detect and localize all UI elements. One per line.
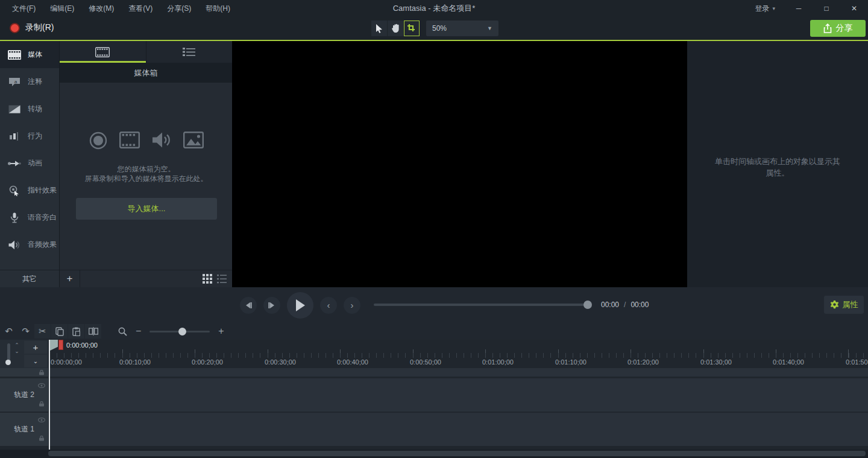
film-icon	[119, 132, 140, 150]
grid-view-button[interactable]	[203, 274, 212, 284]
sidebar-item-label: 语音旁白	[28, 212, 57, 223]
properties-button[interactable]: 属性	[824, 296, 864, 314]
undo-button[interactable]: ↶	[1, 324, 17, 339]
sidebar-item-animations[interactable]: 动画	[0, 150, 59, 177]
seek-slider[interactable]	[374, 304, 591, 306]
sidebar-item-label: 动画	[28, 158, 42, 168]
menu-edit[interactable]: 编辑(E)	[44, 1, 80, 16]
current-time: 00:00	[601, 301, 619, 309]
import-media-label: 导入媒体...	[128, 203, 166, 214]
sidebar-item-annotations[interactable]: a 注释	[0, 68, 59, 95]
speaker-icon	[8, 240, 21, 250]
empty-state-line2: 屏幕录制和导入的媒体将显示在此处。	[60, 174, 233, 183]
gear-icon	[830, 301, 839, 310]
timeline-ruler[interactable]: 0:00:00;00 0:00:10;00 0:00:20;00 0:00:30…	[0, 340, 868, 368]
record-button[interactable]: 录制(R)	[5, 20, 58, 36]
media-bin-panel: 媒体箱 您的媒体箱为空。 屏幕录制和导入的媒体将显示在此处。 导	[59, 41, 232, 287]
eye-icon[interactable]	[38, 383, 45, 388]
track-lane[interactable]	[49, 378, 868, 412]
paste-button[interactable]	[68, 324, 84, 339]
sidebar-item-transitions[interactable]: 转场	[0, 95, 59, 122]
hand-icon	[391, 24, 400, 33]
close-button[interactable]: ✕	[840, 0, 868, 17]
timeline-zoom-knob[interactable]	[178, 328, 186, 336]
share-button[interactable]: 分享	[810, 20, 866, 37]
chevron-down-icon: ▾	[772, 5, 775, 11]
crop-tool-button[interactable]	[404, 21, 420, 36]
previous-clip-button[interactable]: ‹	[320, 297, 337, 314]
sidebar-item-label: 媒体	[28, 49, 42, 60]
tab-library[interactable]	[146, 41, 233, 63]
menu-modify[interactable]: 修改(M)	[83, 1, 120, 16]
track-lane[interactable]	[49, 368, 868, 377]
collapse-tracks-button[interactable]: ⌄	[24, 355, 47, 367]
main-toolbar: 录制(R) 50% ▼	[0, 17, 868, 40]
track-header[interactable]: 轨道 1	[0, 413, 48, 446]
list-view-button[interactable]	[217, 274, 227, 284]
tools-sidebar: 媒体 a 注释 转场 行为 动画	[0, 41, 59, 287]
menu-share[interactable]: 分享(S)	[161, 1, 197, 16]
lock-icon[interactable]	[39, 401, 45, 407]
track-row-2: 轨道 2	[0, 378, 868, 412]
timeline-scrollbar[interactable]	[0, 450, 868, 458]
total-time: 00:00	[631, 301, 649, 309]
properties-panel: 单击时间轴或画布上的对象以显示其属性。	[687, 41, 868, 287]
lock-icon[interactable]	[39, 436, 45, 441]
lock-icon[interactable]	[39, 370, 45, 375]
ruler-label: 0:00:20;00	[192, 358, 223, 366]
sidebar-item-cursor-effects[interactable]: 指针效果	[0, 177, 59, 204]
eye-icon[interactable]	[38, 418, 45, 422]
cut-button[interactable]: ✂	[34, 324, 51, 339]
login-button[interactable]: 登录 ▾	[745, 4, 785, 14]
previous-frame-button[interactable]	[240, 297, 257, 314]
pan-tool-button[interactable]	[388, 21, 403, 36]
media-bin-empty-state: 您的媒体箱为空。 屏幕录制和导入的媒体将显示在此处。	[60, 132, 233, 183]
film-icon	[95, 47, 110, 57]
preview-canvas[interactable]	[232, 41, 687, 287]
paste-icon	[72, 327, 80, 336]
add-track-button[interactable]: +	[24, 341, 47, 354]
track-height-slider[interactable]: ⌃⌄	[5, 342, 20, 365]
track-header[interactable]: 轨道 2	[0, 378, 48, 412]
playhead-marker[interactable]	[58, 340, 63, 350]
playback-bar: ‹ › 00:00 / 00:00 属性	[0, 287, 868, 323]
select-tool-button[interactable]	[371, 21, 387, 36]
timeline-zoom-slider[interactable]	[149, 331, 210, 332]
time-separator: /	[624, 301, 626, 309]
minimize-button[interactable]: ─	[785, 0, 813, 17]
ruler-label: 0:00:40;00	[337, 358, 368, 366]
menu-file[interactable]: 文件(F)	[6, 1, 42, 16]
track-height-slider-knob[interactable]	[5, 360, 11, 365]
chevron-down-icon: ▼	[487, 25, 492, 31]
playhead-line[interactable]	[49, 340, 50, 450]
next-clip-button[interactable]: ›	[344, 297, 360, 314]
ruler-label: 0:00:00;00	[51, 358, 82, 366]
tab-media-bin[interactable]	[60, 41, 146, 63]
maximize-button[interactable]: □	[813, 0, 840, 17]
sidebar-more-button[interactable]: 其它	[0, 270, 59, 287]
next-frame-button[interactable]	[263, 297, 280, 314]
timeline-zoom-out-button[interactable]: −	[136, 326, 141, 337]
sidebar-item-voice-narration[interactable]: 语音旁白	[0, 204, 59, 231]
film-icon	[8, 50, 21, 60]
image-icon	[183, 132, 204, 150]
properties-hint: 单击时间轴或画布上的对象以显示其属性。	[714, 156, 841, 179]
add-media-button[interactable]: +	[60, 270, 80, 288]
import-media-button[interactable]: 导入媒体...	[76, 198, 217, 220]
menu-view[interactable]: 查看(V)	[122, 1, 159, 16]
track-lane[interactable]	[49, 413, 868, 446]
timeline-scrollbar-thumb[interactable]	[48, 451, 866, 456]
play-button[interactable]	[287, 292, 313, 319]
timeline-zoom-in-button[interactable]: +	[218, 326, 224, 337]
menu-help[interactable]: 帮助(H)	[200, 1, 236, 16]
sidebar-item-audio-effects[interactable]: 音频效果	[0, 231, 59, 258]
redo-button[interactable]: ↷	[17, 324, 34, 339]
sidebar-item-media[interactable]: 媒体	[0, 41, 59, 68]
canvas-zoom-dropdown[interactable]: 50% ▼	[426, 21, 498, 36]
copy-button[interactable]	[51, 324, 68, 339]
sidebar-item-behaviors[interactable]: 行为	[0, 122, 59, 150]
split-button[interactable]	[85, 324, 101, 339]
chevron-left-icon: ‹	[327, 301, 330, 310]
ruler-label: 0:01:20;00	[627, 358, 659, 366]
seek-slider-knob[interactable]	[583, 301, 592, 309]
